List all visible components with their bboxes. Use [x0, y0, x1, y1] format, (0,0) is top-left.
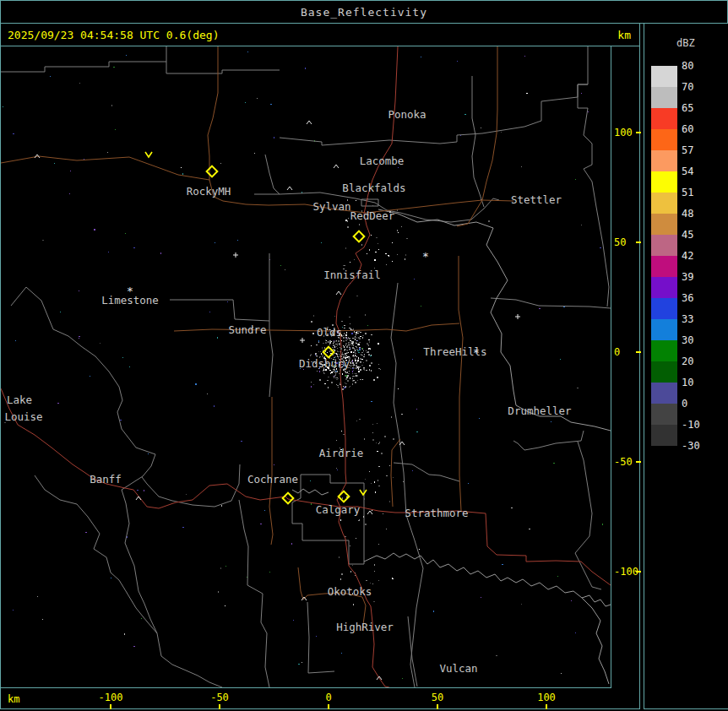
echo-dot — [347, 350, 348, 351]
colorbar-stop-label: 80 — [682, 60, 693, 72]
echo-dot — [332, 347, 334, 348]
echo-dot — [349, 338, 350, 339]
echo-dot — [345, 337, 347, 338]
echo-dot — [322, 355, 323, 356]
y-tick-label: -100 — [614, 566, 638, 578]
echo-dot — [327, 380, 329, 381]
echo-dot — [385, 253, 387, 254]
city-label: Stettler — [511, 193, 562, 206]
x-tick-label: 50 — [432, 692, 443, 703]
echo-dot — [345, 247, 346, 249]
echo-dot — [350, 366, 351, 366]
echo-dot — [345, 383, 347, 384]
echo-dot — [329, 370, 331, 371]
echo-dot — [347, 339, 348, 339]
echo-dot — [365, 314, 366, 316]
echo-dot — [133, 247, 135, 248]
city-label: Drumheller — [508, 404, 572, 417]
colorbar-swatch — [651, 277, 677, 298]
echo-dot — [371, 235, 372, 236]
echo-dot — [343, 337, 345, 339]
echo-dot — [360, 379, 361, 380]
echo-dot — [342, 355, 344, 356]
colorbar-swatch — [651, 319, 677, 340]
echo-dot — [264, 510, 265, 511]
radar-map-canvas[interactable]: ***PonokaLacombeBlackfaldsSylvanRedDeerS… — [1, 46, 611, 688]
echo-dot — [209, 312, 210, 312]
echo-dot — [351, 345, 353, 345]
window-title: Base_Reflectivity — [301, 6, 427, 19]
echo-dot — [370, 356, 372, 356]
echo-dot — [349, 387, 350, 388]
echo-dot — [406, 238, 408, 239]
echo-dot — [291, 543, 292, 545]
city-label: Blackfalds — [342, 182, 405, 194]
echo-dot — [342, 327, 343, 328]
echo-dot — [511, 507, 513, 508]
city-label: RedDeer — [350, 209, 395, 222]
echo-dot — [353, 352, 354, 353]
river-line — [378, 209, 611, 431]
echo-dot — [311, 345, 312, 346]
echo-dot — [42, 240, 44, 241]
echo-dot — [335, 377, 337, 378]
echo-dot — [111, 105, 112, 106]
echo-dot — [329, 342, 331, 344]
echo-dot — [352, 565, 353, 566]
echo-dot — [337, 356, 338, 356]
echo-dot — [319, 379, 321, 381]
echo-dot — [225, 605, 225, 606]
river-line — [582, 598, 609, 684]
echo-dot — [318, 340, 319, 342]
echo-dot — [333, 343, 334, 344]
echo-dot — [356, 331, 358, 332]
echo-dot — [392, 242, 393, 243]
echo-dot — [346, 377, 348, 378]
echo-dot — [398, 232, 399, 233]
echo-dot — [340, 345, 340, 345]
echo-dot — [327, 352, 328, 353]
city-label: Vulcan — [439, 662, 477, 675]
echo-dot — [353, 345, 354, 346]
boundary-line — [239, 500, 269, 687]
x-tick-mark — [437, 704, 438, 709]
road-brown-line — [391, 439, 400, 507]
echo-dot — [321, 353, 322, 355]
echo-dot — [285, 269, 285, 270]
y-tick-label: -50 — [614, 456, 633, 468]
echo-dot — [358, 331, 360, 332]
echo-dot — [320, 351, 321, 352]
echo-dot — [357, 333, 359, 334]
echo-dot — [362, 379, 363, 380]
echo-dot — [356, 373, 356, 374]
city-label: Limestone — [101, 294, 159, 307]
echo-dot — [581, 93, 582, 94]
echo-dot — [371, 334, 372, 335]
echo-dot — [342, 373, 343, 375]
echo-dot — [69, 193, 70, 194]
echo-dot — [328, 341, 329, 343]
echo-dot — [334, 316, 335, 317]
echo-dot — [553, 463, 555, 464]
city-label: Okotoks — [328, 585, 372, 598]
echo-dot — [337, 385, 339, 386]
echo-dot — [356, 337, 357, 339]
echo-dot — [563, 307, 565, 307]
echo-dot — [331, 382, 333, 383]
echo-dot — [293, 620, 294, 621]
echo-dot — [107, 152, 108, 153]
echo-dot — [341, 321, 343, 322]
echo-dot — [367, 345, 368, 345]
echo-dot — [313, 315, 314, 317]
echo-dot — [358, 337, 360, 339]
colorbar-swatch — [651, 404, 677, 425]
echo-dot — [350, 351, 352, 353]
echo-dot — [345, 343, 347, 345]
y-tick-mark — [636, 132, 641, 133]
echo-dot — [336, 384, 337, 385]
echo-dot — [129, 366, 130, 367]
echo-dot — [354, 364, 355, 365]
echo-dot — [524, 56, 525, 57]
echo-dot — [362, 337, 363, 339]
echo-dot — [330, 372, 331, 374]
